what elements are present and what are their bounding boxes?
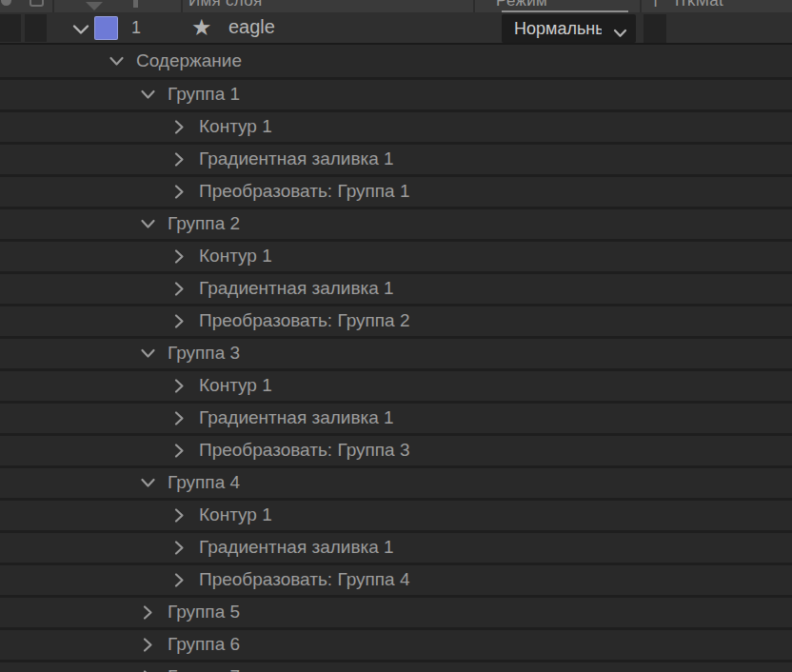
tree-row[interactable]: Группа 6 xyxy=(0,627,792,660)
chevron-right-icon[interactable] xyxy=(140,639,156,651)
tree-row-label: Преобразовать: Группа 1 xyxy=(199,181,409,202)
tree-row[interactable]: Преобразовать: Группа 2 xyxy=(0,304,792,336)
chevron-right-icon[interactable] xyxy=(171,315,188,327)
tree-row-label: Группа 1 xyxy=(168,84,240,105)
tree-row-label: Группа 2 xyxy=(168,213,240,234)
chevron-right-icon[interactable] xyxy=(171,186,188,198)
tree-row-label: Контур 1 xyxy=(199,246,272,267)
chevron-right-icon[interactable] xyxy=(171,412,188,425)
tree-row[interactable]: Группа 5 xyxy=(0,595,792,627)
layer-row-eagle[interactable]: 1 ★ eagle Нормальный xyxy=(0,12,792,45)
chevron-down-icon[interactable] xyxy=(140,477,156,489)
label-column-icon xyxy=(133,0,138,8)
tree-row-label: Группа 7 xyxy=(168,666,240,672)
chevron-down-icon[interactable] xyxy=(72,22,89,33)
chevron-right-icon[interactable] xyxy=(171,250,188,263)
chevron-down-icon[interactable] xyxy=(140,89,156,101)
tree-row-label: Преобразовать: Группа 3 xyxy=(199,440,409,461)
tree-row[interactable]: Контур 1 xyxy=(0,239,792,271)
timeline-column-header: Имя слоя Режим T TrkMat xyxy=(0,0,792,12)
layer-name[interactable]: eagle xyxy=(228,16,275,38)
chevron-right-icon[interactable] xyxy=(171,445,188,457)
tree-row-label: Преобразовать: Группа 4 xyxy=(199,569,409,590)
tree-row[interactable]: Группа 3 xyxy=(0,336,792,368)
tree-row[interactable]: Контур 1 xyxy=(0,368,792,401)
tree-row[interactable]: Контур 1 xyxy=(0,109,792,142)
tree-row[interactable]: Преобразовать: Группа 3 xyxy=(0,433,792,465)
tree-row-label: Преобразовать: Группа 2 xyxy=(199,310,409,331)
layer-switch-cell[interactable] xyxy=(0,14,21,42)
chevron-right-icon[interactable] xyxy=(171,121,188,133)
tree-row[interactable]: Группа 2 xyxy=(0,207,792,239)
tree-row-label: Градиентная заливка 1 xyxy=(199,537,394,558)
eye-icon[interactable] xyxy=(1,0,11,6)
tree-row-label: Градиентная заливка 1 xyxy=(199,278,394,299)
tree-row[interactable]: Преобразовать: Группа 1 xyxy=(0,174,792,207)
tree-row-label: Контур 1 xyxy=(199,375,272,396)
tree-row-label: Градиентная заливка 1 xyxy=(199,407,394,428)
chevron-right-icon[interactable] xyxy=(171,283,188,295)
tree-row[interactable]: Градиентная заливка 1 xyxy=(0,530,792,563)
column-header-trkmat: TrkMat xyxy=(672,0,723,10)
tree-row[interactable]: Градиентная заливка 1 xyxy=(0,142,792,174)
arrow-down-icon xyxy=(86,2,103,10)
layer-color-swatch[interactable] xyxy=(94,16,118,40)
chevron-right-icon[interactable] xyxy=(171,380,188,392)
tree-row[interactable]: Градиентная заливка 1 xyxy=(0,401,792,433)
layer-index: 1 xyxy=(131,18,141,38)
tree-row[interactable]: Группа 1 xyxy=(0,77,792,109)
column-header-t: T xyxy=(651,0,660,10)
chevron-down-icon[interactable] xyxy=(140,218,156,230)
column-header-layer-name: Имя слоя xyxy=(188,0,263,10)
blend-mode-value: Нормальный xyxy=(514,19,602,39)
chevron-down-icon xyxy=(613,25,627,34)
layer-switch-cell[interactable] xyxy=(25,14,47,42)
preserve-transparency-cell[interactable] xyxy=(644,14,666,43)
chevron-right-icon[interactable] xyxy=(140,606,156,619)
tree-row-label: Контур 1 xyxy=(199,116,272,137)
column-header-mode: Режим xyxy=(496,0,547,10)
chevron-down-icon[interactable] xyxy=(109,55,125,68)
blend-mode-dropdown[interactable]: Нормальный xyxy=(502,14,636,43)
mode-column-underline xyxy=(502,10,628,12)
chevron-right-icon[interactable] xyxy=(171,509,188,522)
tree-row-label: Контур 1 xyxy=(199,504,272,525)
shape-contents-tree: Содержание Группа 1 Контур 1 Градиентная… xyxy=(0,47,792,672)
tree-row-label: Группа 4 xyxy=(168,472,240,493)
tree-row-label: Градиентная заливка 1 xyxy=(199,148,394,169)
chevron-right-icon[interactable] xyxy=(171,542,188,554)
lock-icon[interactable] xyxy=(30,0,44,7)
tree-row[interactable]: Контур 1 xyxy=(0,498,792,530)
chevron-down-icon[interactable] xyxy=(140,347,156,360)
column-divider xyxy=(181,0,183,12)
tree-row-label: Группа 6 xyxy=(168,634,240,655)
tree-row[interactable]: Содержание xyxy=(0,47,792,77)
tree-row[interactable]: Группа 7 xyxy=(0,660,792,672)
tree-row[interactable]: Группа 4 xyxy=(0,465,792,498)
column-divider xyxy=(640,0,642,12)
chevron-right-icon[interactable] xyxy=(171,574,188,586)
tree-row-label: Группа 5 xyxy=(168,602,240,623)
chevron-right-icon[interactable] xyxy=(171,153,188,166)
shape-layer-star-icon: ★ xyxy=(191,14,212,41)
tree-row-label: Группа 3 xyxy=(168,343,240,364)
ae-timeline-panel: Имя слоя Режим T TrkMat 1 ★ eagle Нормал… xyxy=(0,0,792,672)
tree-row[interactable]: Преобразовать: Группа 4 xyxy=(0,563,792,595)
tree-row-label: Содержание xyxy=(136,50,242,71)
column-divider xyxy=(473,0,475,12)
column-divider xyxy=(52,0,54,12)
tree-row[interactable]: Градиентная заливка 1 xyxy=(0,271,792,304)
